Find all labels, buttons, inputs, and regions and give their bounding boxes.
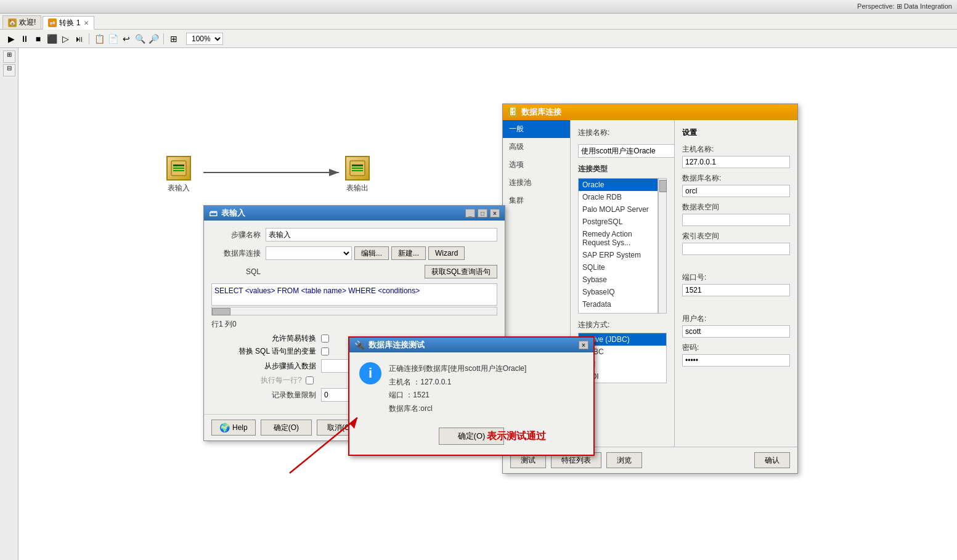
db-sidebar-cluster[interactable]: 集群 bbox=[503, 192, 570, 209]
type-sybaseiq[interactable]: SybaseIQ bbox=[579, 286, 658, 298]
replace-sql-checkbox[interactable] bbox=[321, 347, 329, 355]
dialog-maximize-btn[interactable]: □ bbox=[478, 209, 487, 217]
svg-rect-5 bbox=[173, 170, 184, 171]
undo-button[interactable]: ↩ bbox=[120, 33, 132, 45]
settings-title: 设置 bbox=[682, 128, 790, 138]
annotation-pass-text: 表示测试通过 bbox=[487, 430, 546, 443]
db-right-panel: 设置 主机名称: 数据库名称: 数据表空间 索引表空间 bbox=[674, 120, 797, 447]
type-teradata[interactable]: Teradata bbox=[579, 298, 658, 310]
host-input[interactable] bbox=[682, 156, 790, 168]
canvas-area: 表输入 表输出 🗃 表输入 _ □ × bbox=[18, 48, 957, 560]
test-close-btn[interactable]: × bbox=[579, 341, 588, 349]
spacer2 bbox=[682, 301, 790, 314]
connect-type-list[interactable]: Oracle Oracle RDB Palo MOLAP Server Post… bbox=[578, 178, 658, 314]
username-input[interactable] bbox=[682, 325, 790, 338]
copy-button[interactable]: 📋 bbox=[93, 33, 105, 45]
type-oracle[interactable]: Oracle bbox=[579, 179, 658, 191]
sql-content-area: SELECT <values> FROM <table name> WHERE … bbox=[211, 283, 497, 315]
btn-new[interactable]: 新建... bbox=[391, 246, 426, 260]
connect-name-row: 连接名称: bbox=[578, 128, 667, 138]
connect-type-title: 连接类型 bbox=[578, 164, 667, 174]
btn-wizard[interactable]: Wizard bbox=[428, 246, 465, 260]
test-title-icon: 🔌 bbox=[354, 340, 365, 350]
type-list-scrollbar[interactable] bbox=[658, 178, 667, 314]
help-icon: 🌍 bbox=[219, 423, 230, 432]
debug-button[interactable]: ⏯ bbox=[73, 33, 85, 45]
left-panel-btn2[interactable]: ⊟ bbox=[3, 64, 15, 76]
type-sqlite[interactable]: SQLite bbox=[579, 261, 658, 274]
tab-welcome-label: 欢迎! bbox=[19, 17, 36, 28]
tab-transform[interactable]: ⇄ 转换 1 ✕ bbox=[43, 16, 94, 30]
stop-button[interactable]: ■ bbox=[32, 33, 44, 45]
sql-display[interactable]: SELECT <values> FROM <table name> WHERE … bbox=[211, 283, 497, 306]
sql-scrollbar[interactable] bbox=[211, 307, 497, 315]
paste-button[interactable]: 📄 bbox=[107, 33, 119, 45]
port-label: 端口号: bbox=[682, 272, 790, 283]
svg-rect-7 bbox=[352, 164, 363, 166]
run-button[interactable]: ▶ bbox=[5, 33, 17, 45]
btn-help[interactable]: 🌍 Help bbox=[211, 420, 256, 436]
connect-name-input-row bbox=[578, 144, 667, 158]
node-table-input-label: 表输入 bbox=[168, 183, 190, 193]
redo-button[interactable]: 🔍 bbox=[134, 33, 146, 45]
tab-transform-label: 转换 1 bbox=[59, 18, 80, 28]
type-postgresql[interactable]: PostgreSQL bbox=[579, 216, 658, 228]
connect-name-input[interactable] bbox=[578, 144, 674, 158]
execute-each-checkbox[interactable] bbox=[306, 376, 314, 384]
db-sidebar-advanced[interactable]: 高级 bbox=[503, 138, 570, 156]
db-sidebar-options[interactable]: 选项 bbox=[503, 156, 570, 174]
indexspace-label: 索引表空间 bbox=[682, 231, 790, 241]
left-panel-btn1[interactable]: ⊞ bbox=[3, 51, 15, 63]
type-sybase[interactable]: Sybase bbox=[579, 274, 658, 286]
connect-name-label: 连接名称: bbox=[578, 128, 627, 138]
btn-get-sql[interactable]: 获取SQL查询语句 bbox=[425, 265, 497, 278]
step-name-label: 步骤名称 bbox=[211, 230, 261, 240]
stop2-button[interactable]: ⬛ bbox=[46, 33, 58, 45]
indexspace-input[interactable] bbox=[682, 243, 790, 255]
test-text-content: 正确连接到数据库[使用scott用户连Oracle] 主机名 ：127.0.0.… bbox=[389, 362, 584, 415]
node-table-output-label: 表输出 bbox=[346, 183, 369, 193]
db-titlebar-icon: 🗄 bbox=[508, 107, 518, 117]
db-connect-label: 数据库连接 bbox=[211, 248, 261, 259]
dialog-table-input-titlebar: 🗃 表输入 _ □ × bbox=[204, 206, 505, 221]
dialog-close-btn[interactable]: × bbox=[490, 209, 500, 217]
btn-confirm[interactable]: 确认 bbox=[754, 452, 790, 468]
step-name-input[interactable] bbox=[266, 228, 497, 241]
node-table-input[interactable]: 表输入 bbox=[166, 156, 191, 193]
db-sidebar-pool[interactable]: 连接池 bbox=[503, 174, 570, 192]
type-sap[interactable]: SAP ERP System bbox=[579, 249, 658, 261]
spacer bbox=[682, 260, 790, 272]
dbname-input[interactable] bbox=[682, 185, 790, 197]
sql-label: SQL bbox=[211, 267, 261, 276]
btn-browse[interactable]: 浏览 bbox=[606, 452, 642, 468]
type-palo[interactable]: Palo MOLAP Server bbox=[579, 203, 658, 216]
type-remedy[interactable]: Remedy Action Request Sys... bbox=[579, 228, 658, 249]
type-oracle-rdb[interactable]: Oracle RDB bbox=[579, 191, 658, 203]
password-input[interactable] bbox=[682, 354, 790, 367]
tab-welcome[interactable]: 🏠 欢迎! bbox=[2, 15, 41, 29]
node-table-output[interactable]: 表输出 bbox=[345, 156, 370, 193]
main-area: ⊞ ⊟ 表输入 bbox=[0, 48, 957, 560]
align-button[interactable]: ⊞ bbox=[168, 33, 180, 45]
search-button[interactable]: 🔎 bbox=[147, 33, 160, 45]
dbname-field: 数据库名称: bbox=[682, 173, 790, 197]
tablespace-input[interactable] bbox=[682, 214, 790, 226]
db-connect-select[interactable] bbox=[266, 246, 352, 260]
zoom-select[interactable]: 100% ▾ bbox=[186, 33, 223, 45]
sql-text: SELECT <values> FROM <table name> WHERE … bbox=[214, 286, 420, 295]
svg-rect-8 bbox=[352, 168, 363, 169]
btn-edit[interactable]: 编辑... bbox=[354, 246, 389, 260]
tab-transform-close[interactable]: ✕ bbox=[84, 20, 89, 26]
type-universe[interactable]: UniVerse database bbox=[579, 310, 658, 314]
preview-button[interactable]: ▷ bbox=[59, 33, 71, 45]
tablespace-label: 数据表空间 bbox=[682, 202, 790, 213]
dialog-minimize-btn[interactable]: _ bbox=[465, 209, 475, 217]
host-label: 主机名称: bbox=[682, 144, 790, 155]
insert-from-step-label: 从步骤插入数据 bbox=[211, 361, 316, 371]
db-sidebar-general[interactable]: 一般 bbox=[503, 120, 570, 138]
port-input[interactable] bbox=[682, 284, 790, 296]
test-detail-db: 数据库名:orcl bbox=[389, 404, 433, 413]
tab-bar: 🏠 欢迎! ⇄ 转换 1 ✕ bbox=[0, 14, 957, 30]
pause-button[interactable]: ⏸ bbox=[18, 33, 31, 45]
allow-convert-checkbox[interactable] bbox=[321, 335, 329, 343]
